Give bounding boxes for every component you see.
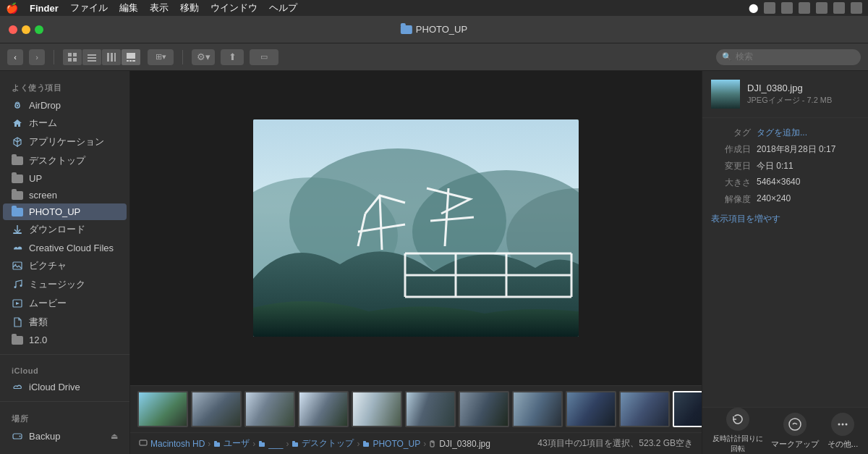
apple-menu[interactable]: 🍎 [6, 2, 18, 14]
breadcrumb-username[interactable]: ___ [268, 439, 283, 449]
breadcrumb-user[interactable]: ユーザ [224, 437, 250, 450]
svg-rect-1 [73, 53, 77, 56]
download-icon [12, 224, 23, 235]
menu-view[interactable]: 表示 [150, 1, 169, 14]
thumbnail-9[interactable] [566, 391, 616, 427]
list-view-button[interactable] [82, 49, 101, 65]
search-box[interactable]: 🔍 検索 [716, 49, 861, 65]
sidebar-item-applications[interactable]: アプリケーション [3, 133, 127, 151]
view-options-button[interactable]: ⊞▾ [148, 49, 174, 65]
sidebar-item-icloud-drive[interactable]: iCloud Drive [3, 378, 127, 395]
inspector-file-info: DJI_0380.jpg JPEGイメージ - 7.2 MB [747, 83, 832, 106]
thumbnail-6[interactable] [405, 391, 456, 427]
thumbnail-7[interactable] [459, 391, 509, 427]
svg-rect-29 [140, 440, 147, 445]
sidebar-item-music[interactable]: ミュージック [3, 275, 127, 294]
thumbnail-8[interactable] [512, 391, 563, 427]
sidebar-item-downloads[interactable]: ダウンロード [3, 220, 127, 239]
inspector-body: タグ タグを追加... 作成日 2018年8月28日 0:17 変更日 今日 0… [702, 118, 868, 407]
thumbnail-2[interactable] [191, 391, 242, 427]
thumbnail-1[interactable] [137, 391, 188, 427]
menu-edit[interactable]: 編集 [119, 1, 138, 14]
sidebar-item-screen[interactable]: screen [3, 187, 127, 203]
sidebar-label-desktop: デスクトップ [29, 154, 85, 167]
gallery-view-button[interactable] [122, 49, 140, 65]
sidebar-label-creative-cloud: Creative Cloud Files [29, 243, 114, 253]
thumbnail-10[interactable] [619, 391, 670, 427]
breadcrumb-folder4-icon [362, 440, 370, 447]
sidebar-item-creative-cloud[interactable]: Creative Cloud Files [3, 239, 127, 256]
window-title-text: PHOTO_UP [416, 24, 467, 35]
inspector-modified-value: 今日 0:11 [757, 160, 793, 172]
markup-action[interactable]: マークアップ [771, 413, 819, 450]
svg-point-42 [842, 423, 844, 425]
inspector-more-link[interactable]: 表示項目を増やす [711, 214, 780, 224]
icloud-label: iCloud [0, 361, 129, 378]
breadcrumb-photo-up[interactable]: PHOTO_UP [373, 439, 420, 449]
breadcrumb-hd[interactable]: Macintosh HD [150, 439, 205, 449]
menu-help[interactable]: ヘルプ [269, 1, 297, 14]
thumbnail-4[interactable] [298, 391, 349, 427]
rotate-action[interactable]: 反時計計回りに 回転 [712, 408, 763, 454]
back-button[interactable]: ‹ [7, 49, 23, 65]
thumbnail-3[interactable] [244, 391, 295, 427]
menubar: 🍎 Finder ファイル 編集 表示 移動 ウインドウ ヘルプ ⬤ [0, 0, 868, 16]
breadcrumb-desktop[interactable]: デスクトップ [302, 437, 354, 450]
icon-view-button[interactable] [63, 49, 82, 65]
share-icon: ⬆ [229, 51, 237, 62]
sidebar-item-photo-up[interactable]: PHOTO_UP [3, 203, 127, 220]
forward-button[interactable]: › [29, 49, 45, 65]
column-view-button[interactable] [102, 49, 121, 65]
svg-rect-13 [132, 60, 135, 62]
battery-icon [799, 2, 810, 14]
inspector-created-label: 作成日 [711, 143, 751, 156]
thumb-image-2 [192, 392, 240, 426]
close-button[interactable] [9, 25, 17, 34]
thumb-image-6 [407, 392, 454, 426]
preview-button[interactable]: ▭ [250, 49, 278, 65]
sidebar-label-downloads: ダウンロード [29, 223, 85, 236]
sidebar-item-desktop[interactable]: デスクトップ [3, 151, 127, 170]
sidebar-item-airdrop[interactable]: AirDrop [3, 96, 127, 114]
sidebar-item-pictures[interactable]: ビクチャ [3, 256, 127, 275]
menu-window[interactable]: ウインドウ [210, 1, 258, 14]
menu-file[interactable]: ファイル [70, 1, 108, 14]
sidebar-item-12[interactable]: 12.0 [3, 332, 127, 348]
inspector-resolution-value: 240×240 [757, 193, 791, 206]
settings-button[interactable]: ⚙▾ [192, 49, 215, 65]
favorites-label: よく使う項目 [0, 77, 129, 96]
creative-cloud-icon [12, 242, 23, 253]
minimize-button[interactable] [22, 25, 30, 34]
sidebar-item-backup[interactable]: Backup ⏏ [3, 427, 127, 445]
traffic-lights [9, 25, 43, 34]
sidebar-item-home[interactable]: ホーム [3, 114, 127, 133]
sidebar-item-documents[interactable]: 書類 [3, 313, 127, 332]
more-action[interactable]: その他... [827, 413, 858, 450]
menu-go[interactable]: 移動 [180, 1, 199, 14]
svg-rect-8 [111, 53, 113, 62]
share-button[interactable]: ⬆ [221, 49, 244, 65]
maximize-button[interactable] [35, 25, 43, 34]
inspector-thumbnail [711, 80, 740, 109]
toolbar-separator-1 [54, 50, 54, 64]
movies-icon [12, 298, 23, 309]
svg-rect-31 [214, 441, 217, 443]
svg-rect-6 [88, 60, 96, 62]
menubar-right: ⬤ [749, 2, 862, 14]
breadcrumb-sep-3: › [286, 439, 289, 449]
svg-rect-35 [292, 441, 295, 443]
eject-icon[interactable]: ⏏ [111, 432, 118, 441]
thumbnail-5[interactable] [352, 391, 402, 427]
thumbnail-11[interactable] [673, 391, 702, 427]
inspector-created-value: 2018年8月28日 0:17 [757, 143, 835, 156]
airdrop-icon [12, 99, 23, 111]
svg-rect-5 [88, 57, 96, 59]
sidebar-item-movies[interactable]: ムービー [3, 294, 127, 313]
svg-rect-2 [68, 58, 72, 62]
breadcrumb-hd-icon [139, 438, 148, 449]
sidebar-item-up[interactable]: UP [3, 170, 127, 187]
inspector-actions: 反時計計回りに 回転 マークアップ [702, 407, 868, 454]
app-name[interactable]: Finder [30, 3, 59, 14]
sidebar-label-movies: ムービー [29, 297, 67, 310]
inspector-tag-value[interactable]: タグを追加... [757, 127, 807, 139]
